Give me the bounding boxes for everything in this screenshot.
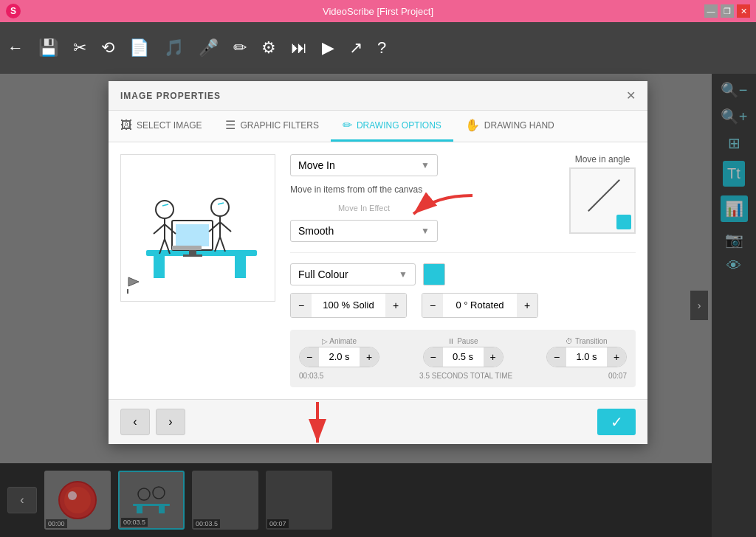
svg-line-11: [165, 224, 176, 234]
music-button[interactable]: 🎵: [164, 38, 184, 58]
animate-row: ▷ Animate − 2.0 s + ⏸ Pause: [299, 337, 627, 367]
animate-section: ▷ Animate − 2.0 s +: [299, 337, 379, 367]
tab-drawing-options[interactable]: ✏ DRAWING OPTIONS: [331, 111, 453, 142]
svg-rect-7: [172, 246, 202, 250]
pause-stepper: − 0.5 s +: [423, 347, 504, 367]
mic-button[interactable]: 🎤: [199, 38, 219, 58]
color-row: Full Colour ▼: [290, 263, 636, 285]
time-row: 00:03.5 3.5 SECONDS TOTAL TIME 00:07: [299, 372, 627, 380]
cut-button[interactable]: ✂: [73, 38, 86, 58]
maximize-button[interactable]: ❐: [721, 4, 734, 18]
preview-flag-icon: [126, 276, 143, 297]
animation-dropdown-arrow: ▼: [421, 160, 430, 170]
tab-graphic-filters[interactable]: ☰ GRAPHIC FILTERS: [213, 111, 330, 142]
main-area: 100% › 🔍− 🔍+ ⊞ Tt 📊 📷 👁 IMAGE PROPERTIES…: [0, 74, 756, 537]
svg-rect-6: [183, 254, 202, 257]
modal-close-button[interactable]: ✕: [626, 89, 636, 103]
rotation-field: − 0 ° Rotated +: [422, 293, 538, 318]
svg-line-16: [209, 222, 220, 232]
help-button[interactable]: ?: [377, 38, 386, 58]
drawing-hand-icon: ✋: [465, 118, 480, 132]
angle-section: Move in angle: [569, 154, 636, 234]
transition-value: 1.0 s: [566, 351, 607, 362]
svg-rect-5: [189, 250, 196, 254]
animate-stepper: − 2.0 s +: [299, 347, 379, 367]
pause-icon: ⏸ Pause: [447, 337, 478, 345]
transition-section: ⏱ Transition − 1.0 s +: [546, 337, 627, 367]
svg-line-10: [154, 224, 165, 234]
opacity-value: 100 % Solid: [312, 294, 385, 317]
modal-footer: ‹ › ✓: [109, 399, 647, 444]
svg-point-8: [156, 201, 173, 218]
svg-line-21: [218, 203, 224, 204]
modal-footer-nav: ‹ ›: [120, 409, 185, 435]
color-swatch[interactable]: [423, 263, 445, 285]
next-button[interactable]: ›: [156, 409, 185, 435]
effect-dropdown[interactable]: Smooth ▼: [290, 220, 438, 242]
opacity-increase-button[interactable]: +: [385, 294, 406, 317]
angle-line: [588, 179, 620, 212]
modal-right: Move In ▼ Move in items from off the can…: [290, 154, 636, 387]
numeric-row: − 100 % Solid + − 0 ° Rotated +: [290, 293, 636, 318]
time-end: 00:07: [608, 372, 627, 380]
svg-rect-2: [235, 256, 246, 278]
svg-rect-4: [176, 224, 209, 246]
copy-button[interactable]: 📄: [129, 38, 149, 58]
confirm-button[interactable]: ✓: [597, 409, 636, 435]
svg-point-14: [211, 198, 229, 216]
animate-timeline: ▷ Animate − 2.0 s + ⏸ Pause: [290, 330, 636, 387]
animate-increase-button[interactable]: +: [360, 347, 379, 367]
modal-header: IMAGE PROPERTIES ✕: [109, 81, 647, 111]
share-button[interactable]: ↗: [349, 38, 362, 58]
transition-decrease-button[interactable]: −: [547, 347, 566, 367]
transition-icon: ⏱ Transition: [566, 337, 607, 345]
time-start: 00:03.5: [299, 372, 323, 380]
pause-value: 0.5 s: [443, 351, 484, 362]
undo-button[interactable]: ⟲: [101, 38, 114, 58]
opacity-decrease-button[interactable]: −: [291, 294, 312, 317]
back-button[interactable]: ←: [7, 38, 24, 58]
color-dropdown[interactable]: Full Colour ▼: [290, 263, 416, 285]
rotation-value: 0 ° Rotated: [443, 294, 517, 317]
pause-increase-button[interactable]: +: [484, 347, 503, 367]
previous-button[interactable]: ‹: [120, 409, 150, 435]
svg-line-19: [220, 237, 225, 252]
animate-icon: ▷ Animate: [322, 337, 357, 345]
svg-rect-1: [154, 256, 165, 278]
modal-tabs: 🖼 SELECT IMAGE ☰ GRAPHIC FILTERS ✏ DRAWI…: [109, 111, 647, 142]
transition-increase-button[interactable]: +: [607, 347, 626, 367]
color-dropdown-arrow: ▼: [399, 269, 408, 280]
tab-select-image[interactable]: 🖼 SELECT IMAGE: [109, 111, 213, 142]
fast-forward-button[interactable]: ⏭: [291, 38, 307, 58]
tab-drawing-hand[interactable]: ✋ DRAWING HAND: [453, 111, 566, 142]
animation-type-dropdown[interactable]: Move In ▼: [290, 154, 438, 176]
move-in-effect-label: Move In Effect: [290, 204, 438, 212]
title-bar: S VideoScribe [First Project] — ❐ ✕: [0, 0, 756, 22]
image-properties-modal: IMAGE PROPERTIES ✕ 🖼 SELECT IMAGE ☰ GRAP…: [109, 81, 647, 444]
pause-section: ⏸ Pause − 0.5 s +: [423, 337, 504, 367]
move-in-description: Move in items from off the canvas: [290, 184, 438, 196]
toolbar: ← 💾 ✂ ⟲ 📄 🎵 🎤 ✏ ⚙ ⏭ ▶ ↗ ?: [0, 22, 756, 74]
transition-stepper: − 1.0 s +: [546, 347, 627, 367]
rotation-increase-button[interactable]: +: [517, 294, 537, 317]
close-button[interactable]: ✕: [737, 4, 750, 18]
modal-title: IMAGE PROPERTIES: [120, 91, 221, 101]
image-preview: [120, 154, 275, 302]
app-title: VideoScribe [First Project]: [323, 6, 433, 17]
rotation-decrease-button[interactable]: −: [422, 294, 443, 317]
time-total: 3.5 SECONDS TOTAL TIME: [419, 372, 512, 380]
save-button[interactable]: 💾: [38, 38, 58, 58]
angle-box[interactable]: [569, 167, 636, 234]
svg-line-20: [162, 204, 168, 206]
animate-decrease-button[interactable]: −: [300, 347, 319, 367]
settings-button[interactable]: ⚙: [261, 38, 276, 58]
select-image-icon: 🖼: [120, 119, 132, 132]
angle-label: Move in angle: [569, 154, 636, 164]
opacity-field: − 100 % Solid +: [290, 293, 407, 318]
pen-button[interactable]: ✏: [233, 38, 247, 58]
pause-decrease-button[interactable]: −: [424, 347, 443, 367]
play-button[interactable]: ▶: [322, 38, 334, 58]
animate-value: 2.0 s: [319, 351, 360, 362]
minimize-button[interactable]: —: [704, 4, 718, 18]
svg-line-18: [215, 237, 220, 252]
